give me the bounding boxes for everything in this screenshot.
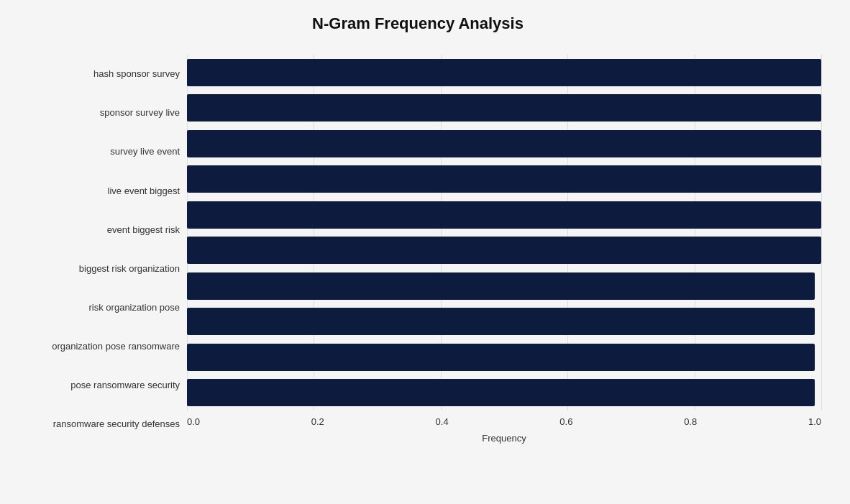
- y-axis-label: hash sponsor survey: [93, 68, 180, 80]
- bar: [187, 94, 821, 122]
- y-axis-label: live event biggest: [108, 185, 180, 197]
- bar-row: [187, 91, 821, 124]
- bar: [187, 344, 815, 371]
- grid-line: [821, 55, 822, 411]
- x-tick-label: 0.6: [559, 416, 572, 427]
- y-axis-label: ransomware security defenses: [53, 418, 180, 430]
- bar-row: [187, 305, 821, 338]
- x-tick-label: 0.4: [436, 416, 449, 427]
- bar-row: [187, 270, 821, 303]
- y-axis-label: pose ransomware security: [70, 380, 180, 391]
- bar: [187, 130, 821, 157]
- y-axis-label: organization pose ransomware: [52, 341, 180, 352]
- bars-area: [187, 55, 821, 411]
- chart-area: hash sponsor surveysponsor survey livesu…: [14, 55, 821, 444]
- bar: [187, 308, 815, 335]
- bar-row: [187, 198, 821, 232]
- bar-row: [187, 376, 821, 409]
- x-tick-label: 0.0: [187, 416, 200, 427]
- x-tick-label: 0.8: [684, 416, 697, 427]
- y-axis-label: risk organization pose: [89, 302, 180, 313]
- bar: [187, 59, 821, 86]
- bar-row: [187, 341, 821, 374]
- bar: [187, 379, 815, 406]
- bar-row: [187, 234, 821, 267]
- y-axis-label: event biggest risk: [107, 224, 180, 236]
- bar: [187, 272, 815, 300]
- bar-row: [187, 162, 821, 196]
- x-axis-label: Frequency: [187, 433, 821, 444]
- y-axis-label: sponsor survey live: [100, 107, 180, 119]
- y-axis: hash sponsor surveysponsor survey livesu…: [14, 55, 187, 444]
- chart-title: N-Gram Frequency Analysis: [14, 14, 821, 33]
- x-tick-label: 1.0: [808, 416, 821, 427]
- x-axis: 0.00.20.40.60.81.0 Frequency: [187, 416, 821, 444]
- y-axis-label: biggest risk organization: [79, 263, 180, 275]
- bars-and-xaxis: 0.00.20.40.60.81.0 Frequency: [187, 55, 821, 444]
- x-ticks: 0.00.20.40.60.81.0: [187, 416, 821, 427]
- bar: [187, 201, 821, 229]
- y-axis-label: survey live event: [110, 146, 180, 157]
- chart-container: N-Gram Frequency Analysis hash sponsor s…: [0, 0, 850, 504]
- bar-row: [187, 56, 821, 89]
- bar: [187, 237, 821, 264]
- bar-row: [187, 127, 821, 160]
- x-tick-label: 0.2: [311, 416, 324, 427]
- bar: [187, 165, 821, 193]
